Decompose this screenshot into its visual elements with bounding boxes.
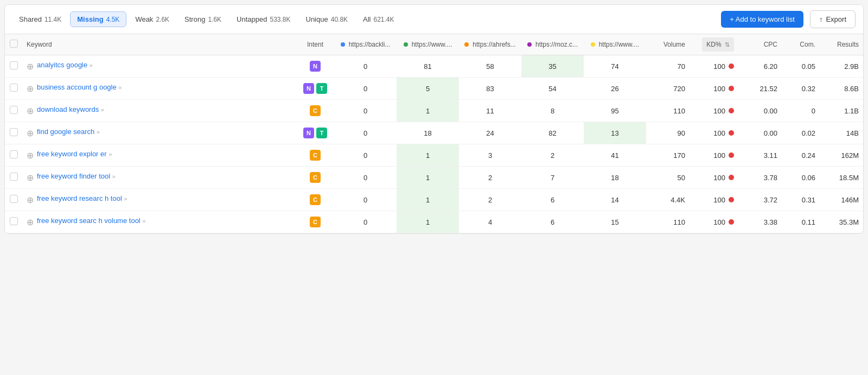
site1-cell: 0 [334,167,397,189]
expand-icon[interactable]: ⊕ [27,84,34,94]
tab-untapped[interactable]: Untapped533.8K [230,12,297,27]
intent-cell: NT [296,78,334,100]
tab-strong[interactable]: Strong1.6K [178,12,228,27]
site2-cell: 1 [397,167,459,189]
kd-cell: 100 [690,78,738,100]
intent-badge-c: C [310,194,321,205]
expand-icon[interactable]: ⊕ [27,195,34,205]
expand-icon[interactable]: ⊕ [27,217,34,227]
results-column-header[interactable]: Results [820,34,863,55]
kd-dot [729,152,734,158]
kd-value: 100 [713,62,725,71]
table-row: ⊕ free keyword searc h volume tool » C 0… [5,211,863,233]
main-container: Shared11.4KMissing4.5KWeak2.6KStrong1.6K… [4,4,864,234]
expand-icon[interactable]: ⊕ [27,128,34,138]
com-cell: 0.24 [782,144,820,167]
intent-cell: NT [296,122,334,144]
keyword-link[interactable]: analyitcs google » [37,61,93,69]
volume-cell: 50 [646,167,690,189]
add-to-keyword-list-button[interactable]: + Add to keyword list [721,11,803,28]
row-checkbox[interactable] [10,61,18,69]
site5-cell: 74 [584,55,646,78]
select-all-header[interactable] [5,34,22,55]
tab-shared[interactable]: Shared11.4K [12,12,68,27]
results-cell: 162M [820,144,863,167]
row-checkbox-cell [5,78,22,100]
site2-column-header[interactable]: https://www.... [397,34,459,55]
tab-unique[interactable]: Unique40.8K [299,12,355,27]
expand-icon[interactable]: ⊕ [27,173,34,183]
cpc-column-header[interactable]: CPC [738,34,782,55]
com-cell: 0.31 [782,189,820,211]
export-button[interactable]: ↑ Export [810,10,856,28]
site4-cell: 7 [521,167,584,189]
results-cell: 1.1B [820,100,863,122]
site4-cell: 35 [521,55,584,78]
select-all-checkbox[interactable] [10,40,18,48]
tab-missing[interactable]: Missing4.5K [70,11,126,27]
site3-cell: 58 [459,55,521,78]
results-cell: 14B [820,122,863,144]
row-checkbox[interactable] [10,84,18,92]
row-checkbox[interactable] [10,150,18,158]
site4-cell: 6 [521,211,584,233]
results-cell: 18.5M [820,167,863,189]
kd-dot [729,175,734,180]
row-checkbox[interactable] [10,195,18,203]
intent-badge-t: T [316,128,327,138]
keyword-link[interactable]: free keyword explor er » [37,150,112,158]
intent-badge-n: N [303,83,314,94]
table-body: ⊕ analyitcs google » N 0 81 58 35 74 70 … [5,55,863,233]
site1-dot [341,42,345,47]
site5-cell: 14 [584,189,646,211]
site3-column-header[interactable]: https://ahrefs... [459,34,521,55]
tab-weak[interactable]: Weak2.6K [129,12,176,27]
tab-label: All [363,15,371,23]
site3-cell: 2 [459,167,521,189]
tab-all[interactable]: All621.4K [356,12,401,27]
table-header-row: Keyword Intent https://backli... https:/… [5,34,863,55]
row-checkbox[interactable] [10,173,18,181]
table-row: ⊕ analyitcs google » N 0 81 58 35 74 70 … [5,55,863,78]
kd-column-header[interactable]: KD% ⇅ [690,34,738,55]
keyword-link[interactable]: business account g oogle » [37,83,122,91]
keyword-link[interactable]: free keyword researc h tool » [37,194,127,202]
volume-column-header[interactable]: Volume [646,34,690,55]
site5-cell: 41 [584,144,646,167]
site5-cell: 95 [584,100,646,122]
com-cell: 0.32 [782,78,820,100]
site4-column-header[interactable]: https://moz.c... [521,34,584,55]
row-checkbox[interactable] [10,217,18,225]
keyword-cell: ⊕ find google search » [22,122,296,144]
com-column-header[interactable]: Com. [782,34,820,55]
row-checkbox[interactable] [10,128,18,136]
keyword-link[interactable]: free keyword searc h volume tool » [37,217,146,225]
site2-cell: 1 [397,144,459,167]
expand-icon[interactable]: ⊕ [27,106,34,116]
intent-cell: C [296,189,334,211]
expand-icon[interactable]: ⊕ [27,150,34,161]
tab-count: 11.4K [44,16,61,23]
site5-cell: 26 [584,78,646,100]
kd-dot [729,219,734,225]
keyword-link[interactable]: find google search » [37,128,100,136]
expand-icon[interactable]: ⊕ [27,61,34,72]
kd-cell: 100 [690,211,738,233]
site1-column-header[interactable]: https://backli... [334,34,397,55]
site4-cell: 82 [521,122,584,144]
site1-cell: 0 [334,211,397,233]
site5-cell: 18 [584,167,646,189]
tab-count: 1.6K [208,16,221,23]
row-checkbox-cell [5,122,22,144]
kd-cell: 100 [690,167,738,189]
keyword-link[interactable]: download keywords » [37,105,104,113]
keyword-link[interactable]: free keyword finder tool » [37,172,116,180]
volume-cell: 110 [646,100,690,122]
volume-cell: 720 [646,78,690,100]
site2-cell: 1 [397,189,459,211]
site1-cell: 0 [334,189,397,211]
site5-column-header[interactable]: https://www.... [584,34,646,55]
kd-dot [729,63,734,69]
site1-cell: 0 [334,144,397,167]
row-checkbox[interactable] [10,106,18,114]
